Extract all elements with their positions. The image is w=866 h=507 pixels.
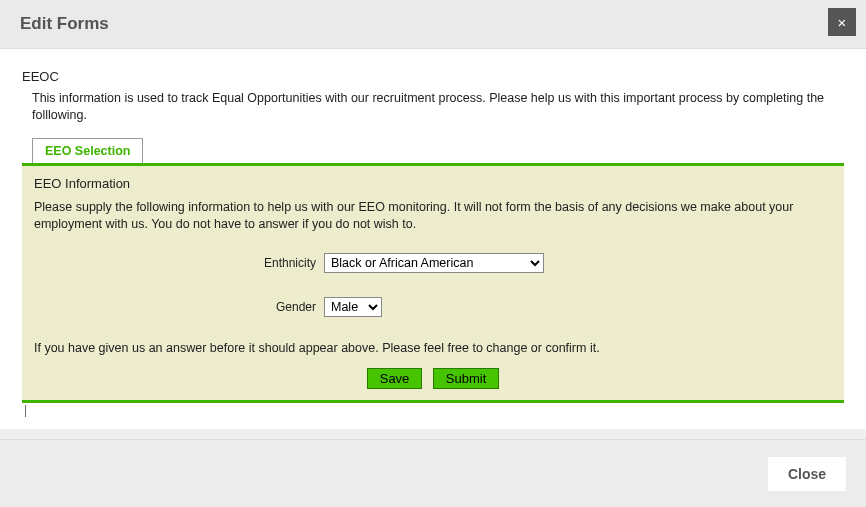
panel-note: If you have given us an answer before it… (34, 341, 832, 355)
close-button[interactable]: Close (768, 457, 846, 491)
tab-eeo-selection[interactable]: EEO Selection (32, 138, 143, 163)
ethnicity-select[interactable]: Black or African American (324, 253, 544, 273)
gender-label: Gender (34, 300, 324, 314)
ethnicity-label: Enthnicity (34, 256, 324, 270)
dialog-footer: Close (0, 439, 866, 507)
submit-button[interactable]: Submit (433, 368, 499, 389)
section-heading: EEOC (22, 69, 844, 84)
gender-field: Gender Male (34, 297, 832, 317)
caret-indicator: | (24, 403, 844, 417)
gender-select[interactable]: Male (324, 297, 382, 317)
button-row: Save Submit (34, 365, 832, 392)
dialog-title: Edit Forms (20, 14, 846, 34)
ethnicity-field: Enthnicity Black or African American (34, 253, 832, 273)
panel-description: Please supply the following information … (34, 199, 832, 233)
save-button[interactable]: Save (367, 368, 423, 389)
tab-row: EEO Selection (32, 138, 844, 163)
dialog-header: Edit Forms × (0, 0, 866, 49)
close-icon[interactable]: × (828, 8, 856, 36)
panel-title: EEO Information (34, 176, 832, 191)
eeo-panel: EEO Information Please supply the follow… (22, 166, 844, 400)
dialog-content: EEOC This information is used to track E… (0, 49, 866, 429)
section-intro: This information is used to track Equal … (32, 90, 844, 124)
